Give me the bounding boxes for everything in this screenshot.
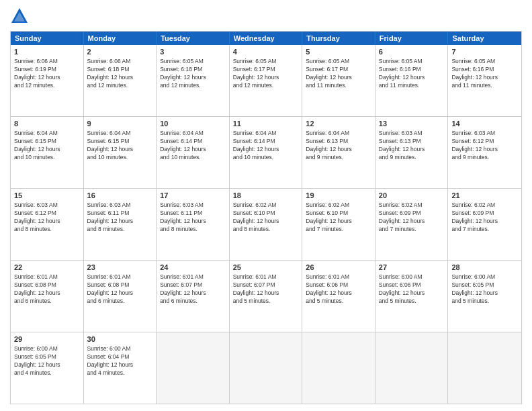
calendar-day-cell: 11Sunrise: 6:04 AM Sunset: 6:14 PM Dayli… bbox=[230, 117, 303, 188]
calendar-day-cell: 3Sunrise: 6:05 AM Sunset: 6:18 PM Daylig… bbox=[157, 45, 230, 116]
calendar-day-cell: 22Sunrise: 6:01 AM Sunset: 6:08 PM Dayli… bbox=[11, 261, 84, 332]
day-info: Sunrise: 6:05 AM Sunset: 6:16 PM Dayligh… bbox=[379, 58, 445, 90]
day-number: 30 bbox=[87, 334, 153, 345]
calendar-day-cell: 26Sunrise: 6:01 AM Sunset: 6:06 PM Dayli… bbox=[302, 261, 375, 332]
calendar-empty-cell bbox=[302, 332, 375, 404]
calendar-row: 15Sunrise: 6:03 AM Sunset: 6:12 PM Dayli… bbox=[11, 189, 521, 261]
day-number: 6 bbox=[379, 47, 445, 57]
day-info: Sunrise: 6:00 AM Sunset: 6:06 PM Dayligh… bbox=[379, 273, 445, 306]
day-number: 24 bbox=[160, 263, 226, 273]
day-number: 14 bbox=[451, 119, 518, 129]
day-info: Sunrise: 6:01 AM Sunset: 6:06 PM Dayligh… bbox=[306, 273, 371, 306]
calendar-day-cell: 10Sunrise: 6:04 AM Sunset: 6:14 PM Dayli… bbox=[157, 117, 230, 188]
weekday-header: Monday bbox=[84, 32, 157, 45]
calendar-day-cell: 30Sunrise: 6:00 AM Sunset: 6:04 PM Dayli… bbox=[84, 332, 157, 404]
day-number: 28 bbox=[451, 263, 518, 273]
day-info: Sunrise: 6:03 AM Sunset: 6:13 PM Dayligh… bbox=[379, 130, 445, 162]
day-number: 17 bbox=[160, 191, 226, 201]
day-info: Sunrise: 6:05 AM Sunset: 6:17 PM Dayligh… bbox=[306, 58, 371, 90]
calendar-day-cell: 29Sunrise: 6:00 AM Sunset: 6:05 PM Dayli… bbox=[11, 332, 84, 404]
day-info: Sunrise: 6:01 AM Sunset: 6:08 PM Dayligh… bbox=[14, 273, 80, 306]
calendar-day-cell: 5Sunrise: 6:05 AM Sunset: 6:17 PM Daylig… bbox=[302, 45, 375, 116]
calendar-day-cell: 15Sunrise: 6:03 AM Sunset: 6:12 PM Dayli… bbox=[11, 189, 84, 260]
day-info: Sunrise: 6:04 AM Sunset: 6:15 PM Dayligh… bbox=[87, 130, 153, 162]
calendar: SundayMondayTuesdayWednesdayThursdayFrid… bbox=[10, 31, 522, 404]
day-info: Sunrise: 6:00 AM Sunset: 6:04 PM Dayligh… bbox=[87, 345, 153, 377]
calendar-day-cell: 17Sunrise: 6:03 AM Sunset: 6:11 PM Dayli… bbox=[157, 189, 230, 260]
day-number: 10 bbox=[160, 119, 226, 129]
calendar-day-cell: 4Sunrise: 6:05 AM Sunset: 6:17 PM Daylig… bbox=[230, 45, 303, 116]
day-number: 8 bbox=[14, 119, 80, 129]
calendar-day-cell: 28Sunrise: 6:00 AM Sunset: 6:05 PM Dayli… bbox=[448, 261, 521, 332]
calendar-day-cell: 23Sunrise: 6:01 AM Sunset: 6:08 PM Dayli… bbox=[84, 261, 157, 332]
calendar-day-cell: 2Sunrise: 6:06 AM Sunset: 6:18 PM Daylig… bbox=[84, 45, 157, 116]
day-info: Sunrise: 6:05 AM Sunset: 6:17 PM Dayligh… bbox=[233, 58, 299, 90]
calendar-day-cell: 16Sunrise: 6:03 AM Sunset: 6:11 PM Dayli… bbox=[84, 189, 157, 260]
weekday-header: Tuesday bbox=[157, 32, 230, 45]
calendar-empty-cell bbox=[230, 332, 303, 404]
day-info: Sunrise: 6:06 AM Sunset: 6:19 PM Dayligh… bbox=[14, 58, 80, 90]
day-number: 16 bbox=[87, 191, 153, 201]
day-number: 5 bbox=[306, 47, 371, 57]
day-number: 23 bbox=[87, 263, 153, 273]
day-info: Sunrise: 6:04 AM Sunset: 6:15 PM Dayligh… bbox=[14, 130, 80, 162]
day-info: Sunrise: 6:04 AM Sunset: 6:13 PM Dayligh… bbox=[306, 130, 371, 162]
calendar-row: 29Sunrise: 6:00 AM Sunset: 6:05 PM Dayli… bbox=[11, 332, 521, 404]
day-info: Sunrise: 6:03 AM Sunset: 6:11 PM Dayligh… bbox=[87, 201, 153, 234]
calendar-day-cell: 14Sunrise: 6:03 AM Sunset: 6:12 PM Dayli… bbox=[448, 117, 521, 188]
day-info: Sunrise: 6:01 AM Sunset: 6:07 PM Dayligh… bbox=[233, 273, 299, 306]
day-info: Sunrise: 6:02 AM Sunset: 6:10 PM Dayligh… bbox=[233, 201, 299, 234]
calendar-day-cell: 19Sunrise: 6:02 AM Sunset: 6:10 PM Dayli… bbox=[302, 189, 375, 260]
day-info: Sunrise: 6:03 AM Sunset: 6:12 PM Dayligh… bbox=[451, 130, 518, 162]
calendar-empty-cell bbox=[448, 332, 521, 404]
day-number: 25 bbox=[233, 263, 299, 273]
calendar-day-cell: 12Sunrise: 6:04 AM Sunset: 6:13 PM Dayli… bbox=[302, 117, 375, 188]
calendar-day-cell: 21Sunrise: 6:02 AM Sunset: 6:09 PM Dayli… bbox=[448, 189, 521, 260]
day-info: Sunrise: 6:05 AM Sunset: 6:18 PM Dayligh… bbox=[160, 58, 226, 90]
calendar-row: 8Sunrise: 6:04 AM Sunset: 6:15 PM Daylig… bbox=[11, 117, 521, 189]
day-number: 29 bbox=[14, 334, 80, 345]
weekday-header: Friday bbox=[375, 32, 449, 45]
day-number: 27 bbox=[379, 263, 445, 273]
weekday-header: Thursday bbox=[302, 32, 375, 45]
weekday-header: Wednesday bbox=[230, 32, 303, 45]
day-info: Sunrise: 6:01 AM Sunset: 6:07 PM Dayligh… bbox=[160, 273, 226, 306]
calendar-day-cell: 8Sunrise: 6:04 AM Sunset: 6:15 PM Daylig… bbox=[11, 117, 84, 188]
day-number: 21 bbox=[451, 191, 518, 201]
calendar-body: 1Sunrise: 6:06 AM Sunset: 6:19 PM Daylig… bbox=[11, 45, 521, 404]
calendar-day-cell: 6Sunrise: 6:05 AM Sunset: 6:16 PM Daylig… bbox=[375, 45, 449, 116]
calendar-day-cell: 7Sunrise: 6:05 AM Sunset: 6:16 PM Daylig… bbox=[448, 45, 521, 116]
header bbox=[10, 7, 522, 26]
day-info: Sunrise: 6:02 AM Sunset: 6:09 PM Dayligh… bbox=[451, 201, 518, 234]
calendar-row: 22Sunrise: 6:01 AM Sunset: 6:08 PM Dayli… bbox=[11, 261, 521, 332]
day-info: Sunrise: 6:03 AM Sunset: 6:12 PM Dayligh… bbox=[14, 201, 80, 234]
day-number: 22 bbox=[14, 263, 80, 273]
weekday-header: Sunday bbox=[11, 32, 84, 45]
calendar-day-cell: 9Sunrise: 6:04 AM Sunset: 6:15 PM Daylig… bbox=[84, 117, 157, 188]
day-number: 9 bbox=[87, 119, 153, 129]
day-info: Sunrise: 6:01 AM Sunset: 6:08 PM Dayligh… bbox=[87, 273, 153, 306]
day-info: Sunrise: 6:00 AM Sunset: 6:05 PM Dayligh… bbox=[14, 345, 80, 377]
calendar-empty-cell bbox=[157, 332, 230, 404]
weekday-header: Saturday bbox=[448, 32, 521, 45]
day-info: Sunrise: 6:02 AM Sunset: 6:09 PM Dayligh… bbox=[379, 201, 445, 234]
day-info: Sunrise: 6:00 AM Sunset: 6:05 PM Dayligh… bbox=[451, 273, 518, 306]
day-info: Sunrise: 6:03 AM Sunset: 6:11 PM Dayligh… bbox=[160, 201, 226, 234]
day-number: 2 bbox=[87, 47, 153, 57]
page: SundayMondayTuesdayWednesdayThursdayFrid… bbox=[0, 0, 532, 411]
day-number: 12 bbox=[306, 119, 371, 129]
day-number: 19 bbox=[306, 191, 371, 201]
day-number: 1 bbox=[14, 47, 80, 57]
calendar-day-cell: 25Sunrise: 6:01 AM Sunset: 6:07 PM Dayli… bbox=[230, 261, 303, 332]
calendar-day-cell: 13Sunrise: 6:03 AM Sunset: 6:13 PM Dayli… bbox=[375, 117, 449, 188]
day-number: 4 bbox=[233, 47, 299, 57]
logo-icon bbox=[10, 7, 29, 26]
calendar-day-cell: 24Sunrise: 6:01 AM Sunset: 6:07 PM Dayli… bbox=[157, 261, 230, 332]
calendar-day-cell: 18Sunrise: 6:02 AM Sunset: 6:10 PM Dayli… bbox=[230, 189, 303, 260]
day-info: Sunrise: 6:05 AM Sunset: 6:16 PM Dayligh… bbox=[451, 58, 518, 90]
day-number: 13 bbox=[379, 119, 445, 129]
day-info: Sunrise: 6:06 AM Sunset: 6:18 PM Dayligh… bbox=[87, 58, 153, 90]
logo bbox=[10, 7, 32, 26]
calendar-header: SundayMondayTuesdayWednesdayThursdayFrid… bbox=[11, 32, 521, 45]
day-number: 11 bbox=[233, 119, 299, 129]
